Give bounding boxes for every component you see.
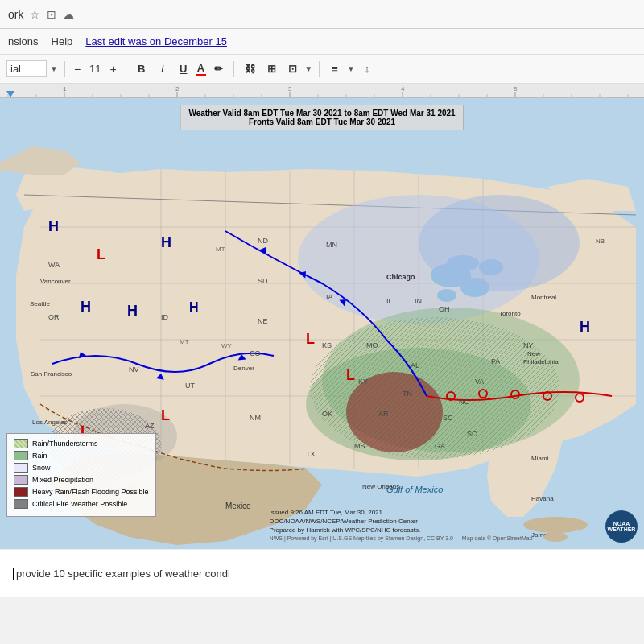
svg-text:3: 3 <box>288 85 292 93</box>
toolbar-sep-1 <box>64 61 65 77</box>
svg-text:Miami: Miami <box>531 455 549 462</box>
font-size-decrease[interactable]: − <box>72 63 83 76</box>
svg-text:TN: TN <box>402 390 412 398</box>
svg-text:SC: SC <box>443 414 453 422</box>
table-button[interactable]: ⊡ <box>283 61 301 76</box>
svg-text:NE: NE <box>258 317 268 325</box>
svg-text:MT: MT <box>180 338 189 345</box>
svg-text:WA: WA <box>48 261 60 269</box>
legend-swatch-rain-thunder <box>14 439 28 448</box>
bottom-text-area: provide 10 specific examples of weather … <box>0 549 644 597</box>
line-spacing-button[interactable]: ↕ <box>358 61 376 76</box>
svg-text:4: 4 <box>401 85 405 93</box>
top-bar: ork ☆ ⊡ ☁ <box>0 0 644 29</box>
link-button[interactable]: ⛓ <box>241 61 259 76</box>
issued-info: Issued 9:26 AM EDT Tue, Mar 30, 2021 DOC… <box>270 508 533 543</box>
svg-text:KS: KS <box>322 341 332 349</box>
ruler: 1 2 3 4 5 <box>0 84 644 98</box>
svg-text:AR: AR <box>378 410 389 418</box>
validity-line2: Fronts Valid 8am EDT Tue Mar 30 2021 <box>188 118 455 126</box>
svg-text:Denver: Denver <box>233 365 254 372</box>
svg-text:Toronto: Toronto <box>499 310 521 317</box>
svg-text:OH: OH <box>439 305 450 313</box>
svg-text:MS: MS <box>354 442 365 450</box>
font-size-increase[interactable]: + <box>108 63 119 76</box>
svg-text:Philadelphia: Philadelphia <box>523 358 559 365</box>
svg-text:IL: IL <box>386 297 393 305</box>
noaa-logo: NOAAWEATHER <box>605 510 638 543</box>
svg-text:ND: ND <box>258 237 268 245</box>
font-name-display: ial <box>6 60 47 77</box>
svg-text:Havana: Havana <box>531 495 554 502</box>
menu-bar: nsions Help Last edit was on December 15 <box>0 29 644 55</box>
cloud-icon[interactable]: ☁ <box>63 8 74 21</box>
svg-text:VA: VA <box>475 378 484 386</box>
svg-text:San Francisco: San Francisco <box>31 370 72 378</box>
svg-text:New: New <box>527 350 540 357</box>
svg-text:New Orleans: New Orleans <box>362 483 399 490</box>
svg-text:5: 5 <box>514 85 518 93</box>
star-icon[interactable]: ☆ <box>30 8 40 21</box>
italic-button[interactable]: I <box>154 61 171 76</box>
validity-box: Weather Valid 8am EDT Tue Mar 30 2021 to… <box>180 105 464 130</box>
menu-extensions[interactable]: nsions <box>8 35 39 47</box>
align-arrow[interactable]: ▼ <box>347 64 355 73</box>
doc-icon[interactable]: ⊡ <box>47 8 56 21</box>
menu-help[interactable]: Help <box>52 35 73 47</box>
font-name-arrow[interactable]: ▼ <box>50 64 58 73</box>
svg-text:AL: AL <box>411 361 419 369</box>
legend-item-heavy-rain: Heavy Rain/Flash Flooding Possible <box>14 487 149 497</box>
svg-point-135 <box>543 532 568 542</box>
toolbar-sep-4 <box>319 61 320 77</box>
legend-swatch-mixed <box>14 475 28 485</box>
legend-label-heavy-rain: Heavy Rain/Flash Flooding Possible <box>32 488 149 496</box>
document-area: Weather Valid 8am EDT Tue Mar 30 2021 to… <box>0 98 644 597</box>
svg-text:NC: NC <box>459 398 469 406</box>
image-button[interactable]: ⊞ <box>262 61 280 76</box>
svg-text:H: H <box>48 218 59 234</box>
svg-text:Chicago: Chicago <box>386 273 415 281</box>
toolbar-sep-2 <box>126 61 126 77</box>
svg-text:NY: NY <box>523 341 534 349</box>
legend-item-rain-thunder: Rain/Thunderstorms <box>14 439 149 448</box>
svg-text:Seattle: Seattle <box>30 300 50 308</box>
svg-text:KY: KY <box>358 378 368 386</box>
svg-text:CO: CO <box>250 349 261 357</box>
bold-button[interactable]: B <box>133 61 151 76</box>
toolbar: ial ▼ − 11 + B I U A ✏ ⛓ ⊞ ⊡ ▼ ≡ ▼ ↕ <box>0 55 644 84</box>
svg-text:Montreal: Montreal <box>531 294 556 301</box>
legend-item-mixed: Mixed Precipitation <box>14 475 149 485</box>
font-color-button[interactable]: A <box>196 62 206 76</box>
svg-text:OR: OR <box>48 313 60 321</box>
legend-label-snow: Snow <box>32 464 51 472</box>
svg-text:SC: SC <box>467 430 477 438</box>
legend-label-rain: Rain <box>32 452 47 460</box>
issued-line3: Prepared by Hamrick with WPC/SPC/NHC for… <box>270 526 533 535</box>
highlight-button[interactable]: ✏ <box>209 61 227 76</box>
svg-text:GA: GA <box>435 442 445 450</box>
toolbar-sep-3 <box>233 61 234 77</box>
app-title: ork <box>8 8 23 21</box>
svg-text:TX: TX <box>306 450 316 458</box>
svg-text:SD: SD <box>258 277 268 285</box>
svg-text:OK: OK <box>322 410 332 418</box>
svg-text:Los Angeles: Los Angeles <box>32 419 68 426</box>
svg-text:L: L <box>306 331 315 347</box>
table-arrow[interactable]: ▼ <box>304 64 312 73</box>
svg-text:H: H <box>80 299 91 315</box>
underline-button[interactable]: U <box>175 61 192 76</box>
align-button[interactable]: ≡ <box>326 61 344 76</box>
svg-text:NV: NV <box>129 365 139 374</box>
svg-text:L: L <box>97 246 105 262</box>
font-size-value: 11 <box>86 63 104 75</box>
svg-text:1: 1 <box>63 85 67 93</box>
bottom-text-content: provide 10 specific examples of weather … <box>16 568 230 580</box>
legend-label-rain-thunder: Rain/Thunderstorms <box>32 440 98 448</box>
svg-text:L: L <box>161 407 170 423</box>
last-edit-link[interactable]: Last edit was on December 15 <box>85 35 227 47</box>
svg-text:WY: WY <box>221 342 233 349</box>
ruler-svg: 1 2 3 4 5 <box>0 84 644 98</box>
svg-text:UT: UT <box>185 382 195 390</box>
svg-point-56 <box>310 317 559 459</box>
legend-item-rain: Rain <box>14 451 149 460</box>
